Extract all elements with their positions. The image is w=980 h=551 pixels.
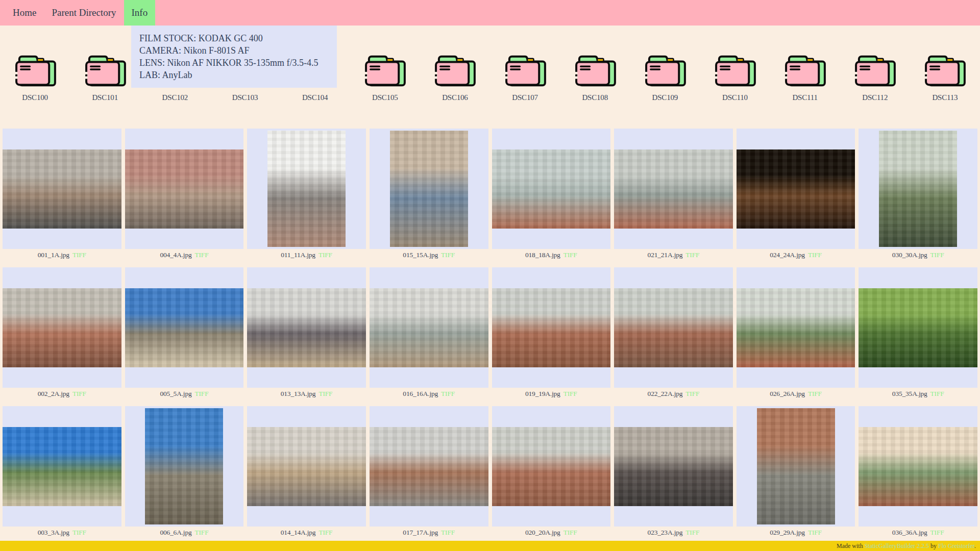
gallery-item[interactable]: 005_5A.jpg TIFF [125, 267, 244, 400]
gallery-item[interactable]: 021_21A.jpg TIFF [614, 129, 733, 261]
photo-filename: 026_26A.jpg [770, 390, 805, 398]
thumbnail-frame [614, 267, 733, 388]
photo-filename: 030_30A.jpg [892, 251, 927, 259]
photo-filename: 035_35A.jpg [892, 390, 927, 398]
thumbnail-frame [247, 406, 366, 527]
thumbnail-frame [492, 267, 611, 388]
photo-thumbnail [370, 288, 488, 367]
gallery-item[interactable]: 003_3A.jpg TIFF [3, 406, 121, 539]
photo-thumbnail [145, 408, 223, 524]
tiff-badge: TIFF [195, 529, 209, 537]
gallery-item[interactable]: 015_15A.jpg TIFF [370, 129, 488, 261]
gallery-item[interactable]: 019_19A.jpg TIFF [492, 267, 611, 400]
gallery-item[interactable]: 020_20A.jpg TIFF [492, 406, 611, 539]
thumbnail-frame [3, 129, 121, 249]
tiff-badge: TIFF [564, 390, 577, 398]
nav-item[interactable]: Parent Directory [44, 0, 124, 26]
gallery-item[interactable]: 029_29A.jpg TIFF [737, 406, 855, 539]
folder-link[interactable]: DSC106 [421, 52, 489, 102]
info-popup: FILM STOCK: KODAK GC 400 CAMERA: Nikon F… [131, 26, 337, 88]
gallery-item[interactable]: 011_11A.jpg TIFF [247, 129, 366, 261]
tiff-badge: TIFF [318, 390, 332, 398]
tiff-badge: TIFF [441, 529, 455, 537]
folder-link[interactable]: DSC109 [631, 52, 699, 102]
folder-link[interactable]: DSC110 [701, 52, 769, 102]
folder-link[interactable]: DSC105 [351, 52, 419, 102]
gallery-item[interactable]: 001_1A.jpg TIFF [3, 129, 121, 261]
photo-filename: 002_2A.jpg [38, 390, 69, 398]
builder-link[interactable]: StaticGalleryBuilder 2.2.5 [865, 542, 929, 549]
photo-filename: 020_20A.jpg [525, 529, 560, 537]
photo-caption: 029_29A.jpg TIFF [737, 527, 855, 539]
tiff-badge: TIFF [318, 251, 332, 259]
photo-caption: 024_24A.jpg TIFF [737, 249, 855, 261]
folder-label: DSC103 [232, 93, 258, 102]
folder-icon [14, 52, 56, 88]
gallery-item[interactable]: 022_22A.jpg TIFF [614, 267, 733, 400]
gallery-item[interactable]: 013_13A.jpg TIFF [247, 267, 366, 400]
photo-thumbnail [492, 427, 611, 506]
folder-label: DSC101 [92, 93, 117, 102]
folder-label: DSC102 [162, 93, 188, 102]
nav-item[interactable]: Home [5, 0, 44, 26]
folder-label: DSC104 [302, 93, 328, 102]
folder-link[interactable]: DSC101 [71, 52, 139, 102]
tiff-badge: TIFF [564, 251, 577, 259]
gallery-item[interactable]: 016_16A.jpg TIFF [370, 267, 488, 400]
tiff-badge: TIFF [72, 390, 86, 398]
thumbnail-frame [737, 129, 855, 249]
tiff-badge: TIFF [930, 390, 944, 398]
photo-thumbnail [737, 288, 855, 367]
gallery-item[interactable]: 023_23A.jpg TIFF [614, 406, 733, 539]
tiff-badge: TIFF [72, 251, 86, 259]
folder-label: DSC111 [792, 93, 817, 102]
gallery-item[interactable]: 030_30A.jpg TIFF [859, 129, 977, 261]
folder-link[interactable]: DSC113 [911, 52, 979, 102]
photo-caption: 001_1A.jpg TIFF [3, 249, 121, 261]
photo-filename: 016_16A.jpg [403, 390, 438, 398]
gallery-item[interactable]: 036_36A.jpg TIFF [859, 406, 977, 539]
photo-thumbnail [492, 288, 611, 367]
folder-link[interactable]: DSC111 [771, 52, 839, 102]
gallery-item[interactable]: 002_2A.jpg TIFF [3, 267, 121, 400]
folder-link[interactable]: DSC108 [561, 52, 629, 102]
gallery-item[interactable]: 018_18A.jpg TIFF [492, 129, 611, 261]
nav-item[interactable]: Info [124, 0, 156, 26]
folder-label: DSC112 [862, 93, 888, 102]
photo-caption: 005_5A.jpg TIFF [125, 388, 244, 400]
folder-link[interactable]: DSC107 [491, 52, 559, 102]
folder-label: DSC110 [722, 93, 748, 102]
photo-thumbnail [614, 427, 733, 506]
author-link[interactable]: Flo Greistorfer [938, 542, 974, 549]
photo-caption: 026_26A.jpg TIFF [737, 388, 855, 400]
top-nav-bar: Home Parent Directory Info [0, 0, 980, 26]
thumbnail-frame [492, 406, 611, 527]
gallery-item[interactable]: 017_17A.jpg TIFF [370, 406, 488, 539]
tiff-badge: TIFF [808, 529, 822, 537]
folder-link[interactable]: DSC100 [1, 52, 69, 102]
gallery-item[interactable]: 014_14A.jpg TIFF [247, 406, 366, 539]
folder-link[interactable]: DSC112 [841, 52, 909, 102]
photo-caption: 018_18A.jpg TIFF [492, 249, 611, 261]
photo-filename: 004_4A.jpg [160, 251, 191, 259]
gallery-item[interactable]: 006_6A.jpg TIFF [125, 406, 244, 539]
folder-label: DSC113 [932, 93, 958, 102]
photo-caption: 017_17A.jpg TIFF [370, 527, 488, 539]
photo-filename: 021_21A.jpg [648, 251, 683, 259]
photo-thumbnail [614, 288, 733, 367]
gallery-item[interactable]: 026_26A.jpg TIFF [737, 267, 855, 400]
thumbnail-frame [614, 406, 733, 527]
photo-caption: 016_16A.jpg TIFF [370, 388, 488, 400]
photo-filename: 001_1A.jpg [38, 251, 69, 259]
folder-label: DSC108 [582, 93, 607, 102]
thumbnail-frame [247, 267, 366, 388]
footer-period: . [974, 542, 976, 549]
gallery-item[interactable]: 024_24A.jpg TIFF [737, 129, 855, 261]
folder-label: DSC109 [652, 93, 678, 102]
photo-caption: 006_6A.jpg TIFF [125, 527, 244, 539]
photo-caption: 021_21A.jpg TIFF [614, 249, 733, 261]
folder-label: DSC106 [442, 93, 468, 102]
gallery-item[interactable]: 004_4A.jpg TIFF [125, 129, 244, 261]
photo-thumbnail [859, 288, 977, 367]
gallery-item[interactable]: 035_35A.jpg TIFF [859, 267, 977, 400]
